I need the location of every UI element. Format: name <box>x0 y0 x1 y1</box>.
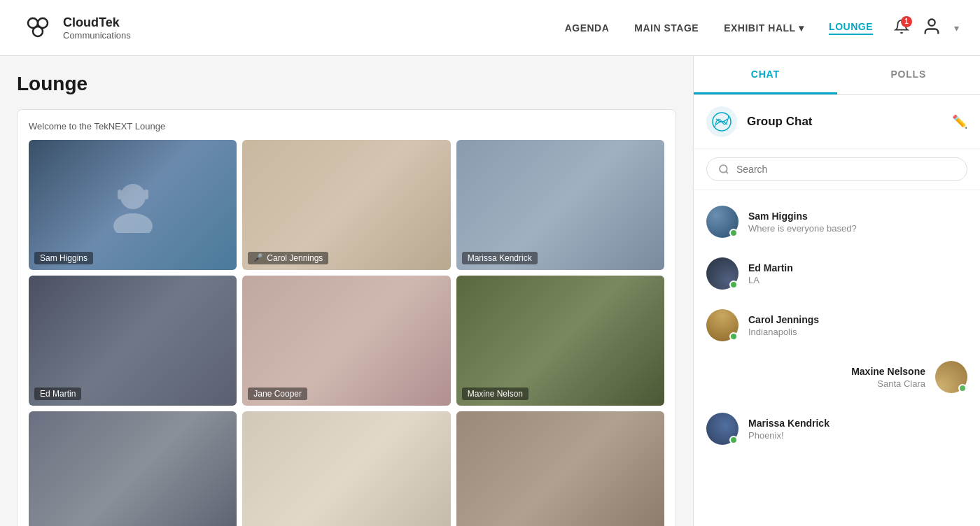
chat-item-sam-higgins[interactable]: Sam Higgins Where is everyone based? <box>694 196 980 248</box>
video-cell-jane-cooper[interactable]: Jane Cooper <box>242 276 450 406</box>
marissa-kendrick-label-text: Marissa Kendrick <box>468 253 532 263</box>
svg-point-2 <box>33 27 43 36</box>
chat-item-maxine-nelsone[interactable]: Maxine Nelsone Santa Clara <box>694 351 980 403</box>
chat-msg-marissa-kendrick: Phoenix! <box>748 430 967 441</box>
sam-higgins-label-text: Sam Higgins <box>40 253 88 263</box>
avatar-sam-higgins <box>706 206 738 238</box>
logo-name: CloudTek <box>63 15 131 30</box>
nav-exhibithall-label: EXHIBIT HALL <box>724 22 795 34</box>
page-title: Lounge <box>17 73 676 95</box>
nav-exhibithall[interactable]: EXHIBIT HALL ▾ <box>724 22 804 34</box>
nav-icons: 1 ▾ <box>894 17 959 39</box>
search-input[interactable] <box>736 164 955 175</box>
video-cell-ed-martin[interactable]: Ed Martin <box>29 276 237 406</box>
video-cell-row3-c[interactable] <box>456 411 664 526</box>
avatar-marissa-kendrick <box>706 413 738 445</box>
chat-msg-maxine-nelsone: Santa Clara <box>706 378 925 389</box>
video-cell-sam-higgins[interactable]: Sam Higgins <box>29 140 237 270</box>
logo-icon <box>21 11 55 45</box>
ed-martin-label-text: Ed Martin <box>40 389 76 399</box>
avatar-carol-jennings <box>706 309 738 341</box>
avatar-ed-martin <box>706 257 738 290</box>
lounge-area: Lounge Welcome to the TekNEXT Lounge <box>0 56 693 526</box>
chevron-down-icon: ▾ <box>799 22 804 34</box>
tab-polls[interactable]: POLLS <box>837 56 981 94</box>
right-panel: CHAT POLLS Group Chat ✏️ <box>693 56 980 526</box>
mic-muted-icon: 🎤 <box>253 253 263 262</box>
video-label-maxine-nelson: Maxine Nelson <box>462 388 528 400</box>
svg-rect-7 <box>144 190 148 199</box>
video-label-marissa-kendrick: Marissa Kendrick <box>462 252 538 264</box>
avatar-maxine-nelsone <box>935 361 967 393</box>
group-chat-header: Group Chat ✏️ <box>694 95 980 149</box>
header-chevron-down-icon[interactable]: ▾ <box>954 22 959 34</box>
video-grid: Sam Higgins 🎤 Carol Jennings Marissa Ken… <box>29 140 664 526</box>
svg-point-4 <box>120 184 146 209</box>
tab-chat[interactable]: CHAT <box>694 56 837 94</box>
online-indicator-sam-higgins <box>729 229 738 237</box>
chat-name-maxine-nelsone: Maxine Nelsone <box>706 366 925 377</box>
edit-icon[interactable]: ✏️ <box>952 114 967 129</box>
chat-msg-carol-jennings: Indianapolis <box>748 327 967 337</box>
search-box <box>706 157 967 181</box>
video-cell-maxine-nelson[interactable]: Maxine Nelson <box>456 276 664 406</box>
svg-point-3 <box>928 19 934 25</box>
search-icon <box>718 164 729 175</box>
chat-item-marissa-kendrick[interactable]: Marissa Kendrick Phoenix! <box>694 403 980 455</box>
online-indicator-ed-martin <box>729 280 738 289</box>
video-label-sam-higgins: Sam Higgins <box>34 252 93 264</box>
logo-area: CloudTek Communications <box>21 11 131 45</box>
chat-item-carol-jennings[interactable]: Carol Jennings Indianapolis <box>694 299 980 351</box>
video-container: Welcome to the TekNEXT Lounge <box>17 109 676 526</box>
search-box-wrapper <box>694 149 980 190</box>
carol-jennings-label-text: Carol Jennings <box>267 253 323 263</box>
chat-msg-ed-martin: LA <box>748 275 967 285</box>
video-label-ed-martin: Ed Martin <box>34 388 81 400</box>
nav-lounge[interactable]: LOUNGE <box>829 21 873 35</box>
chat-msg-sam-higgins: Where is everyone based? <box>748 223 967 234</box>
video-cell-row3-a[interactable] <box>29 411 237 526</box>
user-icon <box>922 17 941 36</box>
online-indicator-marissa-kendrick <box>729 436 738 444</box>
maxine-nelson-label-text: Maxine Nelson <box>468 389 523 399</box>
main-content: Lounge Welcome to the TekNEXT Lounge <box>0 56 980 526</box>
video-label-jane-cooper: Jane Cooper <box>248 388 307 400</box>
chat-name-marissa-kendrick: Marissa Kendrick <box>748 418 967 429</box>
header: CloudTek Communications AGENDA MAIN STAG… <box>0 0 980 56</box>
video-cell-row3-b[interactable] <box>242 411 450 526</box>
online-indicator-maxine-nelsone <box>958 384 967 392</box>
chat-name-carol-jennings: Carol Jennings <box>748 314 967 325</box>
group-chat-avatar <box>706 106 737 137</box>
user-avatar-button[interactable] <box>922 17 941 39</box>
chat-info-maxine-nelsone: Maxine Nelsone Santa Clara <box>706 366 925 389</box>
jane-cooper-label-text: Jane Cooper <box>253 389 302 399</box>
chat-info-sam-higgins: Sam Higgins Where is everyone based? <box>748 211 967 234</box>
logo-subtitle: Communications <box>63 30 131 41</box>
logo-text-block: CloudTek Communications <box>63 15 131 41</box>
welcome-text: Welcome to the TekNEXT Lounge <box>29 121 664 132</box>
sam-higgins-video <box>29 140 237 270</box>
chat-item-ed-martin[interactable]: Ed Martin LA <box>694 248 980 299</box>
notification-badge: 1 <box>901 16 912 27</box>
nav-agenda[interactable]: AGENDA <box>565 22 610 34</box>
chat-list: Sam Higgins Where is everyone based? Ed … <box>694 190 980 526</box>
video-cell-marissa-kendrick[interactable]: Marissa Kendrick <box>456 140 664 270</box>
chat-name-ed-martin: Ed Martin <box>748 262 967 273</box>
video-cell-carol-jennings[interactable]: 🎤 Carol Jennings <box>242 140 450 270</box>
bell-button[interactable]: 1 <box>894 19 909 37</box>
chat-info-marissa-kendrick: Marissa Kendrick Phoenix! <box>748 418 967 441</box>
svg-point-9 <box>720 165 727 173</box>
video-label-carol-jennings: 🎤 Carol Jennings <box>248 252 328 264</box>
nav-mainstage[interactable]: MAIN STAGE <box>634 22 699 34</box>
nav-links: AGENDA MAIN STAGE EXHIBIT HALL ▾ LOUNGE <box>565 21 873 35</box>
svg-rect-6 <box>118 190 122 199</box>
chat-info-ed-martin: Ed Martin LA <box>748 262 967 285</box>
group-chat-avatar-icon <box>712 112 732 132</box>
chat-name-sam-higgins: Sam Higgins <box>748 211 967 222</box>
group-chat-title: Group Chat <box>747 115 942 129</box>
svg-point-5 <box>113 213 153 233</box>
online-indicator-carol-jennings <box>729 332 738 341</box>
chat-info-carol-jennings: Carol Jennings Indianapolis <box>748 314 967 337</box>
panel-tabs: CHAT POLLS <box>694 56 980 95</box>
